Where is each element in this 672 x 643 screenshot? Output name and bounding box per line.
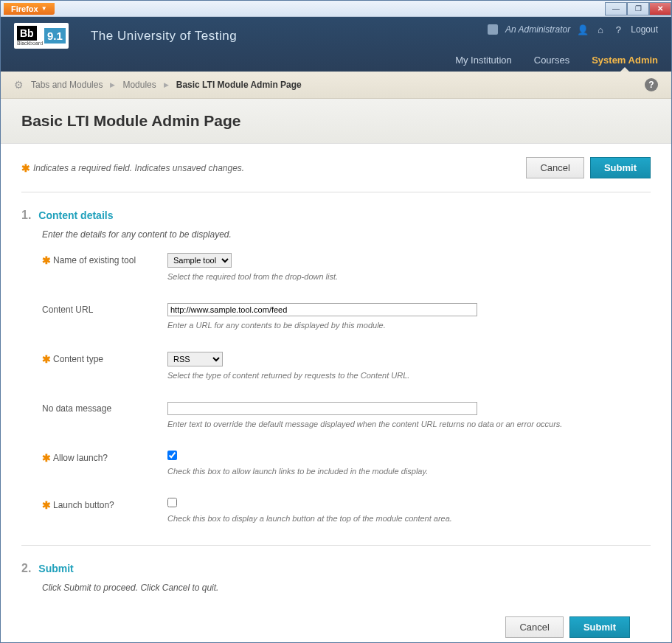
nodata-help: Enter text to override the default messa…	[167, 420, 651, 428]
required-note: ✱ Indicates a required field. Indicates …	[21, 162, 244, 174]
name-select[interactable]: Sample tool	[167, 253, 232, 268]
content-area: ✱ Indicates a required field. Indicates …	[1, 144, 671, 642]
current-user: An Administrator	[505, 24, 570, 35]
url-label: Content URL	[42, 303, 167, 315]
institution-name: The University of Testing	[91, 29, 237, 44]
firefox-menu-button[interactable]: Firefox ▼	[4, 3, 55, 15]
section-2-header: 2. Submit	[21, 562, 651, 575]
cancel-button-top[interactable]: Cancel	[526, 157, 583, 178]
type-help: Select the type of content returned by r…	[167, 371, 651, 380]
star-icon: ✱	[21, 162, 30, 174]
blackboard-logo[interactable]: BbBlackboard 9.1	[14, 23, 69, 49]
os-titlebar: Firefox ▼ — ❐ ✕	[1, 1, 671, 17]
nodata-input[interactable]	[167, 402, 477, 415]
section-1-desc: Enter the details for any content to be …	[21, 229, 651, 240]
chevron-down-icon: ▼	[41, 5, 47, 12]
profile-icon[interactable]: 👤	[578, 24, 588, 35]
logout-link[interactable]: Logout	[631, 24, 658, 35]
section-2-num: 2.	[21, 562, 31, 575]
breadcrumb-bar: ⚙ Tabs and Modules ▶ Modules ▶ Basic LTI…	[1, 72, 671, 99]
nodata-label: No data message	[42, 402, 167, 414]
page-help-icon[interactable]: ?	[645, 78, 658, 91]
cancel-button-bottom[interactable]: Cancel	[505, 616, 563, 638]
page-title: Basic LTI Module Admin Page	[21, 112, 651, 130]
star-icon: ✱	[42, 452, 51, 464]
launch-button-help: Check this box to display a launch butto…	[167, 514, 651, 523]
breadcrumb-separator: ▶	[164, 81, 169, 88]
content-type-select[interactable]: RSS	[167, 352, 223, 366]
type-label: ✱Content type	[42, 352, 167, 365]
star-icon: ✱	[42, 254, 51, 266]
user-avatar-icon	[488, 24, 498, 35]
divider	[21, 545, 651, 546]
breadcrumb-separator: ▶	[110, 81, 115, 88]
breadcrumb-tabs-modules[interactable]: Tabs and Modules	[31, 80, 103, 90]
submit-button-top[interactable]: Submit	[590, 157, 651, 178]
url-help: Enter a URL for any contents to be displ…	[167, 321, 651, 330]
launch-button-label: ✱Launch button?	[42, 498, 167, 511]
section-2-title: Submit	[38, 563, 73, 574]
star-icon: ✱	[42, 499, 51, 511]
app-header: BbBlackboard 9.1 The University of Testi…	[1, 17, 671, 72]
nav-system-admin[interactable]: System Admin	[592, 55, 658, 72]
nav-my-institution[interactable]: My Institution	[455, 55, 512, 72]
allow-launch-checkbox[interactable]	[167, 451, 177, 460]
top-nav: My Institution Courses System Admin	[455, 55, 658, 72]
submit-button-bottom[interactable]: Submit	[569, 616, 630, 638]
breadcrumb-current: Basic LTI Module Admin Page	[176, 80, 302, 90]
help-icon[interactable]: ?	[613, 24, 623, 35]
section-1-header: 1. Content details	[21, 209, 651, 222]
breadcrumb-modules[interactable]: Modules	[122, 80, 156, 90]
name-help: Select the required tool from the drop-d…	[167, 272, 651, 281]
page-title-wrap: Basic LTI Module Admin Page	[1, 99, 671, 144]
allow-launch-label: ✱Allow launch?	[42, 451, 167, 464]
launch-button-checkbox[interactable]	[167, 498, 177, 507]
content-url-input[interactable]	[167, 303, 477, 316]
close-button[interactable]: ✕	[649, 2, 671, 15]
window-controls: — ❐ ✕	[605, 2, 671, 15]
section-1-title: Content details	[38, 209, 113, 221]
maximize-button[interactable]: ❐	[627, 2, 649, 15]
name-label: ✱Name of existing tool	[42, 253, 167, 266]
allow-launch-help: Check this box to allow launch links to …	[167, 467, 651, 476]
firefox-label: Firefox	[11, 4, 38, 13]
star-icon: ✱	[42, 353, 51, 365]
divider	[21, 192, 651, 192]
section-1-num: 1.	[21, 209, 31, 222]
nav-courses[interactable]: Courses	[534, 55, 569, 72]
home-icon[interactable]: ⌂	[595, 24, 606, 35]
gear-icon[interactable]: ⚙	[14, 79, 24, 91]
section-2-desc: Click Submit to proceed. Click Cancel to…	[21, 583, 651, 593]
minimize-button[interactable]: —	[605, 2, 627, 15]
